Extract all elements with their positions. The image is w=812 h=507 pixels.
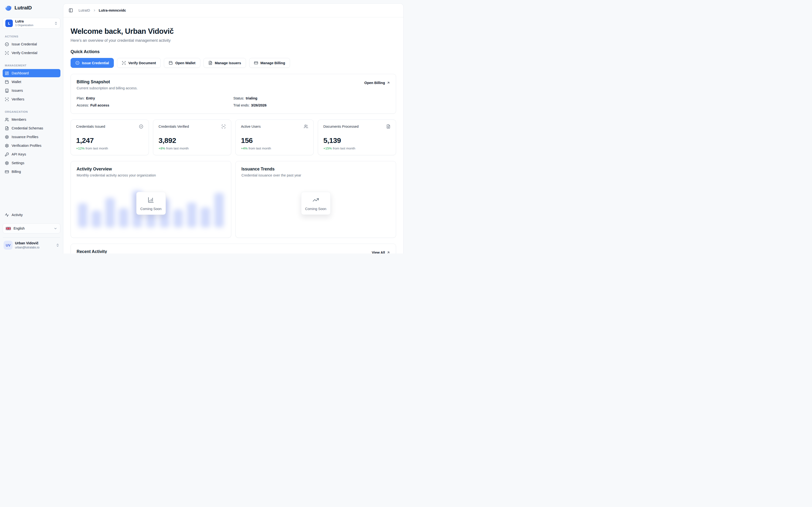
brand-name: LutraID (14, 5, 32, 11)
sidebar: LutraID L Lutra 1 Organization ACTIONS I… (0, 0, 63, 253)
lutraid-logo-icon (5, 4, 12, 11)
charts-row: Activity Overview Monthly credential act… (70, 161, 396, 238)
sidebar-item-settings[interactable]: Settings (3, 159, 60, 167)
button-label: Manage Billing (260, 61, 285, 65)
sidebar-item-verification-profiles[interactable]: Verification Profiles (3, 142, 60, 150)
recent-activity-title: Recent Activity (77, 249, 151, 253)
billing-snapshot-card: Billing Snapshot Current subscription an… (70, 74, 396, 114)
field-value: 3/26/2026 (251, 103, 267, 107)
sidebar-item-label: Issuance Profiles (12, 135, 38, 139)
chevrons-up-down-icon (56, 243, 59, 247)
billing-field-access: Access: Full access (77, 103, 234, 107)
issuance-coming-soon-badge: Coming Soon (301, 192, 331, 215)
coming-soon-label: Coming Soon (140, 207, 162, 211)
breadcrumb-root[interactable]: LutraID (79, 8, 90, 12)
activity-coming-soon-badge: Coming Soon (136, 192, 166, 215)
main-panel: LutraID Lutra-mmncvidc Welcome back, Urb… (63, 3, 404, 253)
activity-overview-card: Activity Overview Monthly credential act… (70, 161, 231, 238)
sidebar-item-dashboard[interactable]: Dashboard (3, 69, 60, 77)
quick-actions-heading: Quick Actions (70, 49, 396, 54)
sidebar-item-credential-schemas[interactable]: Credential Schemas (3, 124, 60, 132)
language-select[interactable]: English (3, 223, 60, 233)
sidebar-item-label: Billing (12, 170, 21, 174)
stat-value: 156 (241, 136, 308, 145)
sidebar-item-issuers[interactable]: Issuers (3, 87, 60, 95)
billing-snapshot-title: Billing Snapshot (77, 79, 138, 84)
stat-delta: +15% (323, 147, 332, 150)
sidebar-item-activity[interactable]: Activity (3, 211, 60, 219)
credit-card-icon (254, 61, 258, 65)
scan-icon (221, 124, 226, 129)
building-icon (5, 89, 9, 93)
layout-dashboard-icon (5, 71, 9, 75)
issuance-trends-card: Issuance Trends Credential issuance over… (236, 161, 396, 238)
badge-check-icon (139, 124, 143, 129)
stat-value: 5,139 (323, 136, 391, 145)
stat-title: Credentials Issued (76, 125, 105, 128)
sidebar-item-api-keys[interactable]: API Keys (3, 150, 60, 158)
topbar: LutraID Lutra-mmncvidc (63, 4, 403, 17)
chevron-right-icon (93, 9, 96, 12)
sidebar-item-members[interactable]: Members (3, 115, 60, 124)
open-wallet-button[interactable]: Open Wallet (164, 58, 200, 68)
stats-row: Credentials Issued 1,247 +12%from last m… (70, 119, 396, 155)
sidebar-item-verify-credential[interactable]: Verify Credential (3, 49, 60, 57)
field-label: Plan: (77, 96, 85, 100)
page-subtitle: Here's an overview of your credential ma… (70, 38, 396, 43)
sidebar-item-wallet[interactable]: Wallet (3, 78, 60, 86)
stat-card-credentials-issued: Credentials Issued 1,247 +12%from last m… (70, 119, 149, 155)
field-value: Full access (90, 103, 109, 107)
sidebar-item-label: Dashboard (12, 71, 29, 75)
badge-check-icon (75, 61, 80, 65)
verify-document-button[interactable]: Verify Document (117, 58, 161, 68)
stat-value: 3,892 (158, 136, 226, 145)
panel-left-icon (69, 8, 73, 12)
stat-card-credentials-verified: Credentials Verified 3,892 +8%from last … (153, 119, 231, 155)
credit-card-icon (5, 170, 9, 174)
org-switcher[interactable]: L Lutra 1 Organization (3, 18, 60, 29)
file-text-icon (208, 61, 212, 65)
user-menu[interactable]: UV Urban Vidovič urban@lutralabs.io (3, 237, 60, 251)
stat-value: 1,247 (76, 136, 143, 145)
scan-icon (5, 51, 9, 55)
key-icon (5, 152, 9, 157)
activity-overview-title: Activity Overview (77, 167, 225, 172)
stat-delta-suffix: from last month (86, 147, 108, 150)
link-label: View All (372, 250, 385, 253)
manage-billing-button[interactable]: Manage Billing (249, 58, 290, 68)
stat-delta: +12% (76, 147, 85, 150)
field-label: Status: (234, 96, 244, 100)
gear-icon (5, 144, 9, 148)
billing-field-plan: Plan: Entry (77, 96, 234, 100)
breadcrumb: LutraID Lutra-mmncvidc (79, 8, 126, 12)
stat-delta: +8% (158, 147, 165, 150)
field-label: Trial ends: (234, 103, 250, 107)
view-all-link[interactable]: View All (372, 250, 390, 253)
sidebar-item-verifiers[interactable]: Verifiers (3, 95, 60, 103)
sidebar-item-label: Credential Schemas (12, 126, 43, 130)
coming-soon-label: Coming Soon (305, 207, 326, 211)
sidebar-toggle-button[interactable] (69, 8, 73, 12)
stat-delta-suffix: from last month (248, 147, 271, 150)
link-label: Open Billing (364, 81, 385, 85)
arrow-up-right-icon (387, 251, 390, 253)
uk-flag-icon (6, 227, 11, 230)
open-billing-link[interactable]: Open Billing (364, 81, 390, 85)
sidebar-item-label: Members (12, 118, 26, 121)
language-value: English (13, 226, 24, 230)
user-name: Urban Vidovič (15, 241, 39, 245)
activity-overview-subtitle: Monthly credential activity across your … (77, 173, 225, 177)
sidebar-item-issuance-profiles[interactable]: Issuance Profiles (3, 133, 60, 141)
billing-fields: Plan: Entry Status: trialing Access: Ful… (77, 96, 390, 107)
sidebar-item-issue-credential[interactable]: Issue Credential (3, 40, 60, 48)
recent-activity-card: Recent Activity Latest credential operat… (70, 243, 396, 253)
button-label: Manage Issuers (215, 61, 241, 65)
chevron-down-icon (54, 227, 57, 230)
scan-icon (122, 61, 126, 65)
sidebar-item-billing[interactable]: Billing (3, 168, 60, 176)
manage-issuers-button[interactable]: Manage Issuers (203, 58, 246, 68)
field-value: Entry (86, 96, 95, 100)
wallet-icon (169, 61, 173, 65)
users-icon (5, 118, 9, 122)
issue-credential-button[interactable]: Issue Credential (70, 58, 114, 68)
